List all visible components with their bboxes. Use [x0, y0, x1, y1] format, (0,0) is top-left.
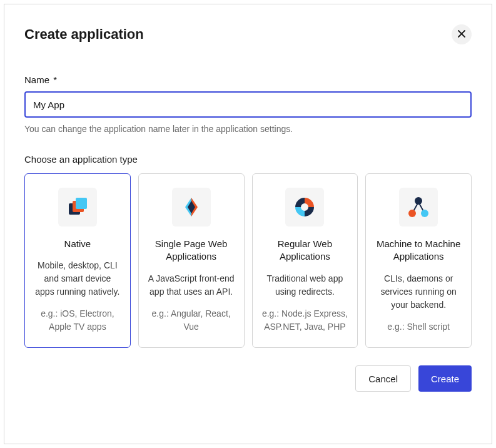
card-title: Single Page Web Applications: [148, 238, 235, 263]
regular-web-icon: [285, 188, 324, 227]
card-title: Machine to Machine Applications: [375, 238, 462, 263]
card-description: A JavaScript front-end app that uses an …: [148, 272, 235, 298]
card-description: Traditional web app using redirects.: [261, 272, 349, 298]
close-icon: [458, 29, 465, 40]
name-input[interactable]: [24, 91, 472, 118]
native-icon: [58, 188, 97, 227]
app-type-label: Choose an application type: [24, 154, 472, 165]
svg-rect-2: [76, 198, 87, 209]
card-title: Native: [64, 238, 91, 250]
card-title: Regular Web Applications: [261, 238, 349, 263]
app-type-spa[interactable]: Single Page Web Applications A JavaScrip…: [138, 173, 245, 348]
svg-point-7: [421, 210, 428, 217]
card-description: CLIs, daemons or services running on you…: [375, 272, 462, 312]
modal-title: Create application: [24, 26, 144, 43]
app-type-m2m[interactable]: Machine to Machine Applications CLIs, da…: [365, 173, 472, 348]
card-description: Mobile, desktop, CLI and smart device ap…: [34, 259, 121, 298]
card-example: e.g.: Angular, React, Vue: [148, 307, 235, 333]
cancel-button[interactable]: Cancel: [355, 365, 411, 392]
create-button[interactable]: Create: [418, 365, 472, 392]
required-marker: *: [53, 74, 57, 85]
svg-point-5: [415, 197, 422, 205]
modal-header: Create application: [24, 24, 472, 44]
name-label-text: Name: [24, 74, 49, 85]
name-help-text: You can change the application name late…: [24, 124, 472, 134]
svg-point-6: [408, 210, 416, 217]
create-application-modal: Create application Name * You can change…: [4, 4, 492, 444]
close-button[interactable]: [452, 24, 472, 44]
app-type-native[interactable]: Native Mobile, desktop, CLI and smart de…: [24, 173, 131, 348]
card-example: e.g.: Shell script: [387, 320, 450, 333]
spa-icon: [172, 188, 211, 227]
name-label: Name *: [24, 74, 472, 85]
app-type-regular-web[interactable]: Regular Web Applications Traditional web…: [252, 173, 358, 348]
card-example: e.g.: Node.js Express, ASP.NET, Java, PH…: [261, 307, 349, 333]
app-type-grid: Native Mobile, desktop, CLI and smart de…: [24, 173, 472, 348]
modal-footer: Cancel Create: [24, 365, 472, 392]
card-example: e.g.: iOS, Electron, Apple TV apps: [34, 307, 121, 333]
m2m-icon: [399, 188, 438, 227]
